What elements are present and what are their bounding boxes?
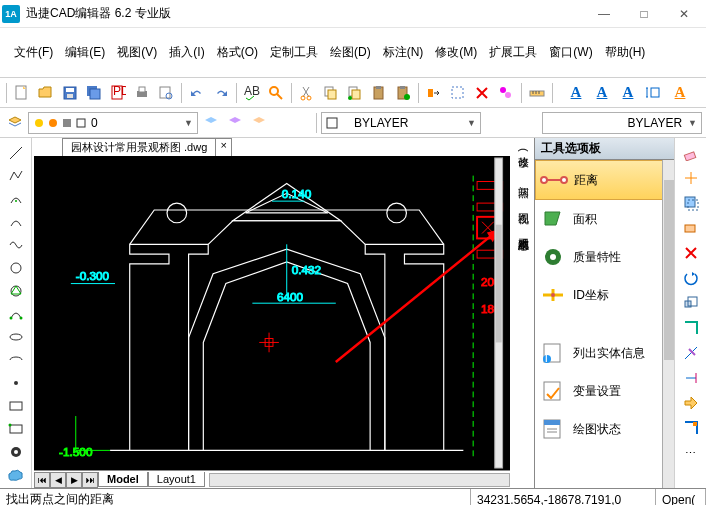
- color-combo[interactable]: BYLAYER ▼: [321, 112, 481, 134]
- layer-freeze-button[interactable]: [224, 112, 246, 134]
- cut-button[interactable]: [296, 82, 318, 104]
- arc-tool[interactable]: [4, 211, 28, 233]
- arc-3pt-tool[interactable]: [4, 303, 28, 325]
- layer-manager-button[interactable]: [4, 112, 26, 134]
- undo-button[interactable]: [186, 82, 208, 104]
- dimension-style-button[interactable]: [643, 82, 665, 104]
- print-button[interactable]: [131, 82, 153, 104]
- layout-tab-layout1[interactable]: Layout1: [148, 472, 205, 487]
- palette-scrollbar[interactable]: [662, 160, 674, 488]
- match-properties-button[interactable]: [423, 82, 445, 104]
- menu-dimension[interactable]: 标注(N): [377, 41, 430, 64]
- save-as-button[interactable]: [83, 82, 105, 104]
- docked-panel-3dorbit[interactable]: 三维动态观察: [514, 224, 533, 236]
- trim-tool[interactable]: [679, 342, 703, 364]
- linetype-combo[interactable]: BYLAYER ▼: [542, 112, 702, 134]
- select-window-tool[interactable]: [679, 317, 703, 339]
- layout-last-button[interactable]: ⏭: [82, 472, 98, 488]
- maximize-button[interactable]: □: [624, 0, 664, 28]
- drawing-canvas[interactable]: -1.500: [34, 156, 510, 470]
- status-coords: 34231.5654,-18678.7191,0: [471, 489, 656, 505]
- menu-format[interactable]: 格式(O): [211, 41, 264, 64]
- palette-item-distance[interactable]: 距离: [535, 160, 674, 200]
- select-all-button[interactable]: [447, 82, 469, 104]
- docked-panel-span[interactable]: 间蒸: [514, 172, 533, 184]
- menu-file[interactable]: 文件(F): [8, 41, 59, 64]
- docked-panel-modify[interactable]: 修改(: [514, 142, 533, 158]
- delete-tool[interactable]: [679, 242, 703, 264]
- close-button[interactable]: ✕: [664, 0, 704, 28]
- menu-help[interactable]: 帮助(H): [599, 41, 652, 64]
- clone-button[interactable]: [495, 82, 517, 104]
- ellipse-tool[interactable]: [4, 326, 28, 348]
- new-file-button[interactable]: [11, 82, 33, 104]
- ruler-toggle-button[interactable]: [526, 82, 548, 104]
- circle-inscribed-tool[interactable]: [4, 280, 28, 302]
- layout-next-button[interactable]: ▶: [66, 472, 82, 488]
- print-preview-button[interactable]: [155, 82, 177, 104]
- save-button[interactable]: [59, 82, 81, 104]
- document-tab[interactable]: 园林设计常用景观桥图 .dwg: [62, 138, 216, 156]
- menu-insert[interactable]: 插入(I): [163, 41, 210, 64]
- donut-tool[interactable]: [4, 441, 28, 463]
- menu-view[interactable]: 视图(V): [111, 41, 163, 64]
- minimize-button[interactable]: ―: [584, 0, 624, 28]
- palette-item-massprop[interactable]: 质量特性: [535, 238, 674, 276]
- menu-edit[interactable]: 编辑(E): [59, 41, 111, 64]
- delete-button[interactable]: [471, 82, 493, 104]
- scale-tool[interactable]: [679, 292, 703, 314]
- extend-tool[interactable]: [679, 367, 703, 389]
- redo-button[interactable]: [210, 82, 232, 104]
- menu-modify[interactable]: 修改(M): [429, 41, 483, 64]
- horizontal-scrollbar[interactable]: [209, 473, 510, 487]
- palette-item-area[interactable]: 面积: [535, 200, 674, 238]
- open-file-button[interactable]: [35, 82, 57, 104]
- find-button[interactable]: [265, 82, 287, 104]
- text-style-a5-button[interactable]: A: [669, 82, 691, 104]
- paste-special-button[interactable]: [392, 82, 414, 104]
- rectangle-tool[interactable]: [4, 395, 28, 417]
- palette-item-id[interactable]: ID坐标: [535, 276, 674, 314]
- paste-button[interactable]: [368, 82, 390, 104]
- text-style-a3-button[interactable]: A: [617, 82, 639, 104]
- layout-tab-model[interactable]: Model: [98, 472, 148, 487]
- menu-window[interactable]: 窗口(W): [543, 41, 598, 64]
- menu-custom-tools[interactable]: 定制工具: [264, 41, 324, 64]
- menu-extend-tools[interactable]: 扩展工具: [483, 41, 543, 64]
- rectangle-corner-tool[interactable]: [4, 418, 28, 440]
- palette-item-status[interactable]: 绘图状态: [535, 410, 674, 448]
- fillet-tool[interactable]: [679, 417, 703, 439]
- arc-center-tool[interactable]: [4, 188, 28, 210]
- more-tools-button[interactable]: ⋯: [679, 442, 703, 464]
- mirror-tool[interactable]: [679, 192, 703, 214]
- circle-tool[interactable]: [4, 257, 28, 279]
- text-style-a2-button[interactable]: A: [591, 82, 613, 104]
- move-tool[interactable]: [679, 167, 703, 189]
- palette-item-list[interactable]: i 列出实体信息: [535, 334, 674, 372]
- copy-button[interactable]: [320, 82, 342, 104]
- point-tool[interactable]: [4, 372, 28, 394]
- document-tab-close[interactable]: ×: [216, 138, 232, 156]
- rotate-tool[interactable]: [679, 267, 703, 289]
- menu-draw[interactable]: 绘图(D): [324, 41, 377, 64]
- layer-previous-button[interactable]: [248, 112, 270, 134]
- layout-prev-button[interactable]: ◀: [50, 472, 66, 488]
- spline-tool[interactable]: [4, 234, 28, 256]
- text-style-a-button[interactable]: A: [565, 82, 587, 104]
- offset-tool[interactable]: [679, 217, 703, 239]
- copy-with-base-button[interactable]: [344, 82, 366, 104]
- palette-item-setvar[interactable]: 变量设置: [535, 372, 674, 410]
- erase-tool[interactable]: [679, 142, 703, 164]
- line-tool[interactable]: [4, 142, 28, 164]
- polyline-tool[interactable]: [4, 165, 28, 187]
- layer-combo[interactable]: 0 ▼: [28, 112, 198, 134]
- status-mode[interactable]: Open(: [656, 489, 706, 505]
- explode-tool[interactable]: [679, 392, 703, 414]
- pdf-export-button[interactable]: PDF: [107, 82, 129, 104]
- revision-cloud-tool[interactable]: [4, 464, 28, 486]
- spell-check-button[interactable]: ABC: [241, 82, 263, 104]
- ellipse-arc-tool[interactable]: [4, 349, 28, 371]
- docked-panel-view[interactable]: 视图: [514, 198, 533, 210]
- layout-first-button[interactable]: ⏮: [34, 472, 50, 488]
- layer-states-button[interactable]: [200, 112, 222, 134]
